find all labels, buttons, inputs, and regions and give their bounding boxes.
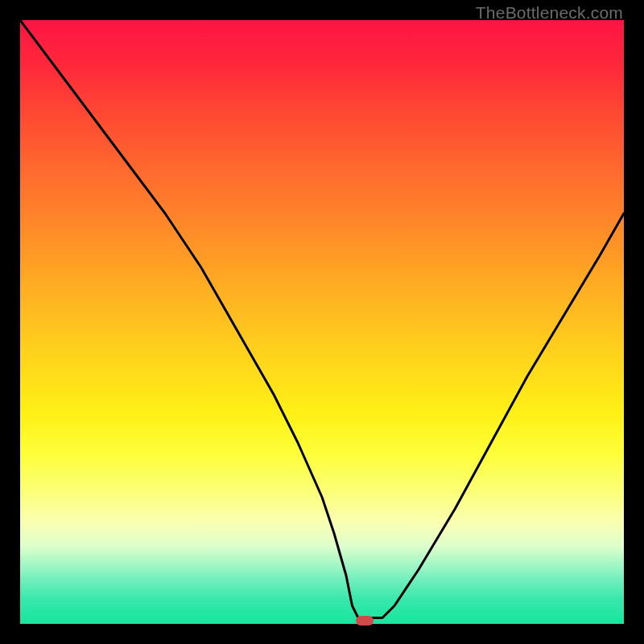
watermark-text: TheBottleneck.com: [476, 3, 623, 23]
chart-frame: TheBottleneck.com: [0, 0, 644, 644]
optimal-point-marker: [356, 616, 374, 625]
bottleneck-curve: [20, 20, 624, 624]
